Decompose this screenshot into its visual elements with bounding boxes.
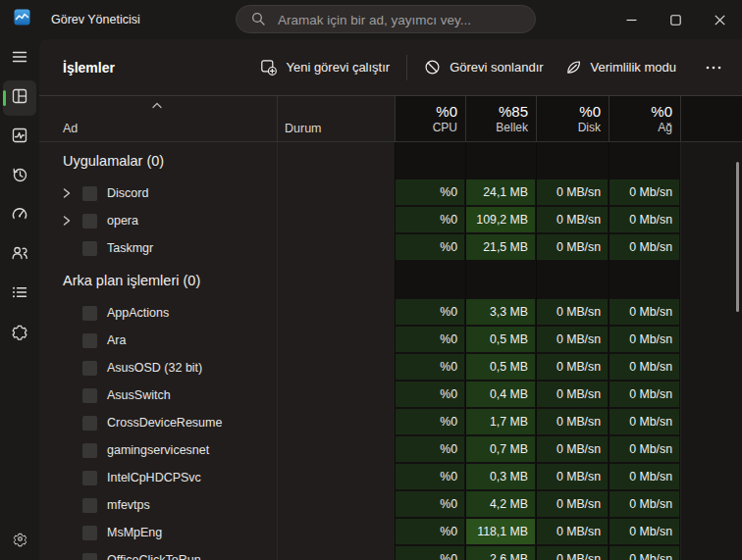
- disk-total-value: %0: [579, 103, 601, 120]
- value-cell: %0: [395, 327, 465, 354]
- more-options-button[interactable]: [695, 54, 732, 81]
- value-cell: 0 MB/sn: [536, 207, 609, 234]
- memory-column-label: Bellek: [496, 121, 528, 134]
- chevron-right-icon[interactable]: [61, 214, 73, 228]
- value-text: 0,4 MB: [466, 382, 535, 407]
- process-row[interactable]: Taskmgr%021,5 MB0 MB/sn0 Mb/sn: [39, 234, 742, 262]
- status-cell: [277, 234, 395, 262]
- row-gutter: [680, 464, 742, 491]
- process-name: OfficeClickToRun: [107, 553, 201, 560]
- value-text: 0 Mb/sn: [610, 436, 679, 462]
- process-row[interactable]: AppActions%03,3 MB0 MB/sn0 Mb/sn: [39, 299, 742, 327]
- process-name: Taskmgr: [107, 241, 153, 255]
- status-cell: [277, 519, 395, 546]
- value-cell: 0 Mb/sn: [609, 299, 680, 327]
- process-row[interactable]: opera%0109,2 MB0 MB/sn0 Mb/sn: [39, 207, 742, 234]
- sidebar-item-processes[interactable]: [0, 78, 39, 118]
- value-cell: [395, 142, 465, 179]
- search-box[interactable]: [236, 5, 536, 33]
- status-cell: [277, 546, 395, 560]
- value-cell: 0,5 MB: [465, 327, 536, 354]
- process-row[interactable]: mfevtps%04,2 MB0 MB/sn0 Mb/sn: [39, 491, 742, 519]
- value-cell: 0,7 MB: [465, 436, 536, 464]
- value-cell: %0: [395, 354, 465, 382]
- value-text: %0: [396, 207, 464, 232]
- value-text: [610, 262, 680, 299]
- search-input[interactable]: [276, 6, 525, 34]
- sidebar-item-users[interactable]: [0, 235, 39, 275]
- sidebar-item-app-history[interactable]: [0, 157, 39, 196]
- process-name: AsusOSD (32 bit): [107, 361, 202, 375]
- status-column-header[interactable]: Durum: [277, 96, 395, 141]
- value-cell: 0,5 MB: [465, 354, 536, 382]
- chevron-right-icon[interactable]: [61, 186, 73, 200]
- minimize-button[interactable]: [610, 0, 654, 39]
- value-text: 1,7 MB: [466, 409, 535, 434]
- efficiency-mode-button[interactable]: Verimlilik modu: [555, 52, 687, 82]
- process-icon: [82, 471, 97, 485]
- value-text: %0: [396, 327, 464, 352]
- process-name: Ara: [107, 333, 126, 347]
- run-new-task-button[interactable]: Yeni görevi çalıştır: [249, 52, 400, 82]
- value-cell: 2,6 MB: [465, 546, 536, 560]
- row-gutter: [680, 354, 742, 382]
- value-text: 0 MB/sn: [537, 436, 608, 462]
- value-text: %0: [396, 519, 464, 544]
- value-text: 0 Mb/sn: [610, 464, 679, 489]
- value-text: 0 Mb/sn: [610, 299, 679, 325]
- sidebar-item-menu[interactable]: [0, 39, 39, 78]
- value-cell: [465, 142, 536, 179]
- process-row[interactable]: CrossDeviceResume%01,7 MB0 MB/sn0 Mb/sn: [39, 409, 742, 436]
- process-row[interactable]: MsMpEng%0118,1 MB0 MB/sn0 Mb/sn: [39, 519, 742, 546]
- process-row[interactable]: AsusSwitch%00,4 MB0 MB/sn0 Mb/sn: [39, 382, 742, 409]
- process-row[interactable]: Discord%024,1 MB0 MB/sn0 Mb/sn: [39, 179, 742, 207]
- process-icon: [82, 416, 97, 431]
- process-row[interactable]: IntelCpHDCPSvc%00,3 MB0 MB/sn0 Mb/sn: [39, 464, 742, 491]
- section-header-row[interactable]: Uygulamalar (0): [39, 142, 742, 179]
- process-icon: [82, 186, 97, 201]
- name-column-header[interactable]: Ad: [39, 96, 277, 141]
- status-cell: [277, 299, 395, 327]
- sidebar-item-startup-apps[interactable]: [0, 196, 39, 235]
- name-column-label: Ad: [63, 122, 78, 135]
- value-text: 109,2 MB: [466, 207, 535, 232]
- value-text: 0 Mb/sn: [610, 409, 679, 434]
- value-cell: %0: [395, 409, 465, 436]
- value-cell: 0 Mb/sn: [609, 436, 680, 464]
- close-button[interactable]: [698, 0, 742, 39]
- cpu-column-header[interactable]: %0CPU: [395, 96, 465, 141]
- sidebar-item-performance[interactable]: [0, 118, 39, 157]
- value-text: 0 MB/sn: [537, 519, 608, 544]
- disk-column-header[interactable]: %0Disk: [536, 96, 609, 141]
- value-cell: 0 MB/sn: [536, 546, 609, 560]
- end-task-button[interactable]: Görevi sonlandır: [413, 52, 554, 82]
- process-row[interactable]: gamingservicesnet%00,7 MB0 MB/sn0 Mb/sn: [39, 436, 742, 464]
- sidebar-item-details[interactable]: [0, 275, 39, 314]
- process-name: IntelCpHDCPSvc: [107, 471, 201, 484]
- value-cell: 118,1 MB: [465, 519, 536, 546]
- memory-column-header[interactable]: %85Bellek: [465, 96, 536, 141]
- process-icon: [82, 388, 97, 403]
- value-text: 0 MB/sn: [537, 299, 608, 325]
- section-header-row[interactable]: Arka plan işlemleri (0): [39, 262, 742, 299]
- vertical-scrollbar-thumb[interactable]: [736, 162, 739, 312]
- value-cell: 0 Mb/sn: [609, 409, 680, 436]
- row-gutter: [680, 436, 742, 464]
- value-cell: 0 MB/sn: [536, 354, 609, 382]
- process-row[interactable]: AsusOSD (32 bit)%00,5 MB0 MB/sn0 Mb/sn: [39, 354, 742, 382]
- value-cell: %0: [395, 179, 465, 207]
- row-gutter: [680, 142, 742, 179]
- process-row[interactable]: OfficeClickToRun%02,6 MB0 MB/sn0 Mb/sn: [39, 546, 742, 560]
- value-text: 0 Mb/sn: [610, 207, 679, 232]
- process-row[interactable]: Ara%00,5 MB0 MB/sn0 Mb/sn: [39, 327, 742, 354]
- network-column-header[interactable]: %0Ağ: [609, 96, 680, 141]
- new-task-icon: [260, 59, 277, 76]
- process-name: MsMpEng: [107, 526, 162, 539]
- maximize-button[interactable]: [654, 0, 698, 39]
- sidebar-item-settings[interactable]: [0, 521, 39, 560]
- network-total-value: %0: [651, 103, 672, 120]
- value-text: 0 Mb/sn: [610, 354, 679, 380]
- value-cell: %0: [395, 382, 465, 409]
- sidebar-item-services[interactable]: [0, 314, 39, 353]
- toolbar-buttons: Yeni görevi çalıştırGörevi sonlandırVeri…: [249, 52, 732, 82]
